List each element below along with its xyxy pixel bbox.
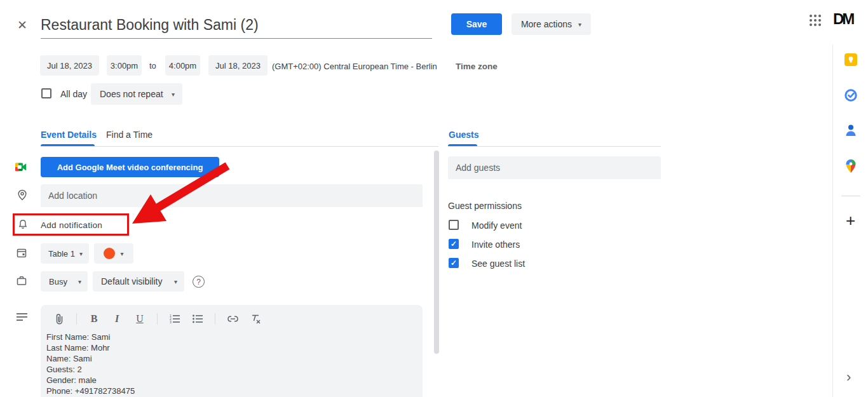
see-guest-list-label: See guest list <box>471 259 525 269</box>
add-guests-input[interactable]: Add guests <box>448 156 661 179</box>
numbered-list-icon[interactable]: 1 2 3 <box>169 313 180 325</box>
busy-value: Busy <box>49 277 67 286</box>
insert-link-icon[interactable] <box>227 313 238 325</box>
location-pin-icon <box>17 189 28 201</box>
recurrence-value: Does not repeat <box>100 89 163 99</box>
location-input[interactable]: Add location <box>41 184 423 207</box>
tabs-divider <box>41 146 438 147</box>
end-date-chip[interactable]: Jul 18, 2023 <box>208 55 268 76</box>
event-title-input[interactable]: Restaurant Booking with Sami (2) <box>41 17 259 34</box>
keep-icon[interactable] <box>844 53 857 66</box>
event-color-swatch <box>104 248 115 259</box>
end-time-chip[interactable]: 4:00pm <box>165 55 200 76</box>
notification-bell-icon <box>18 219 28 229</box>
apps-grid-icon[interactable] <box>810 15 821 26</box>
chevron-down-icon: ▾ <box>79 250 83 257</box>
add-google-meet-button[interactable]: Add Google Meet video conferencing <box>41 157 219 177</box>
toolbar-separator <box>157 313 158 325</box>
description-line: Last Name: Mohr <box>46 342 423 353</box>
maps-icon[interactable] <box>846 159 856 173</box>
description-line: Gender: male <box>46 375 423 386</box>
toolbar-separator <box>215 313 215 325</box>
all-day-label: All day <box>60 89 87 99</box>
description-toolbar: B I U 1 2 3 <box>41 305 423 325</box>
description-line: First Name: Sami <box>46 332 423 342</box>
tab-find-a-time[interactable]: Find a Time <box>106 130 153 140</box>
description-icon <box>17 313 27 321</box>
more-actions-label: More actions <box>521 19 572 29</box>
visibility-select[interactable]: Default visibility ▾ <box>93 271 184 292</box>
contacts-icon[interactable] <box>845 124 857 137</box>
add-notification-button[interactable]: Add notification <box>41 220 102 230</box>
chevron-down-icon: ▾ <box>578 21 581 28</box>
chevron-down-icon: ▾ <box>174 278 177 285</box>
invite-others-label: Invite others <box>471 239 520 250</box>
tab-event-details[interactable]: Event Details <box>41 130 97 140</box>
toolbar-separator <box>76 313 77 325</box>
see-guest-list-checkbox[interactable] <box>449 258 459 268</box>
guests-divider <box>448 146 661 147</box>
main-scrollbar[interactable] <box>434 151 439 354</box>
event-edit-page: ✕ Restaurant Booking with Sami (2) Save … <box>0 0 868 397</box>
event-color-select[interactable]: ▾ <box>94 243 133 264</box>
help-icon[interactable]: ? <box>193 276 205 288</box>
timezone-button[interactable]: Time zone <box>456 62 498 71</box>
description-line: Name: Sami <box>46 353 423 364</box>
close-icon[interactable]: ✕ <box>17 18 27 32</box>
chevron-down-icon: ▾ <box>78 278 81 285</box>
guest-permissions-title: Guest permissions <box>448 201 522 211</box>
recurrence-select[interactable]: Does not repeat ▾ <box>91 83 182 105</box>
busy-select[interactable]: Busy ▾ <box>41 271 88 292</box>
visibility-value: Default visibility <box>101 276 162 286</box>
bold-icon[interactable]: B <box>88 313 100 325</box>
calendar-value: Table 1 <box>48 249 75 259</box>
location-placeholder: Add location <box>48 191 97 201</box>
chevron-down-icon: ▾ <box>120 250 123 257</box>
tab-guests[interactable]: Guests <box>449 130 478 140</box>
get-addons-plus-icon[interactable]: + <box>846 214 855 227</box>
briefcase-icon <box>17 276 27 286</box>
add-guests-placeholder: Add guests <box>456 163 500 173</box>
clear-formatting-icon[interactable] <box>250 313 261 325</box>
description-text[interactable]: First Name: Sami Last Name: Mohr Name: S… <box>41 325 423 396</box>
chevron-down-icon: ▾ <box>172 91 175 98</box>
all-day-checkbox[interactable] <box>41 88 51 98</box>
more-actions-button[interactable]: More actions ▾ <box>512 13 591 35</box>
google-meet-icon <box>15 161 27 173</box>
save-button[interactable]: Save <box>451 13 502 35</box>
svg-text:3: 3 <box>170 320 172 323</box>
description-editor[interactable]: B I U 1 2 3 <box>41 305 423 397</box>
underline-icon[interactable]: U <box>134 313 146 325</box>
start-time-chip[interactable]: 3:00pm <box>107 55 142 76</box>
modify-event-checkbox[interactable] <box>449 220 459 230</box>
calendar-select[interactable]: Table 1 ▾ <box>41 243 89 264</box>
tasks-icon[interactable] <box>844 89 857 102</box>
italic-icon[interactable]: I <box>111 313 123 325</box>
description-line: Phone: +491782738475 <box>46 386 423 396</box>
account-logo[interactable]: DM <box>833 10 853 28</box>
timezone-text: (GMT+02:00) Central European Time - Berl… <box>272 62 437 71</box>
title-underline <box>41 38 432 39</box>
sidebar-divider <box>832 44 833 397</box>
start-date-chip[interactable]: Jul 18, 2023 <box>40 55 99 76</box>
invite-others-checkbox[interactable] <box>449 239 459 249</box>
description-line: Guests: 2 <box>46 364 423 375</box>
modify-event-label: Modify event <box>471 220 522 231</box>
hide-side-panel-chevron-icon[interactable]: › <box>846 372 851 383</box>
bulleted-list-icon[interactable] <box>192 313 203 325</box>
sidebar-items-divider <box>841 196 860 196</box>
to-label: to <box>149 61 156 71</box>
calendar-icon <box>17 248 27 258</box>
attachment-icon[interactable] <box>53 313 65 325</box>
